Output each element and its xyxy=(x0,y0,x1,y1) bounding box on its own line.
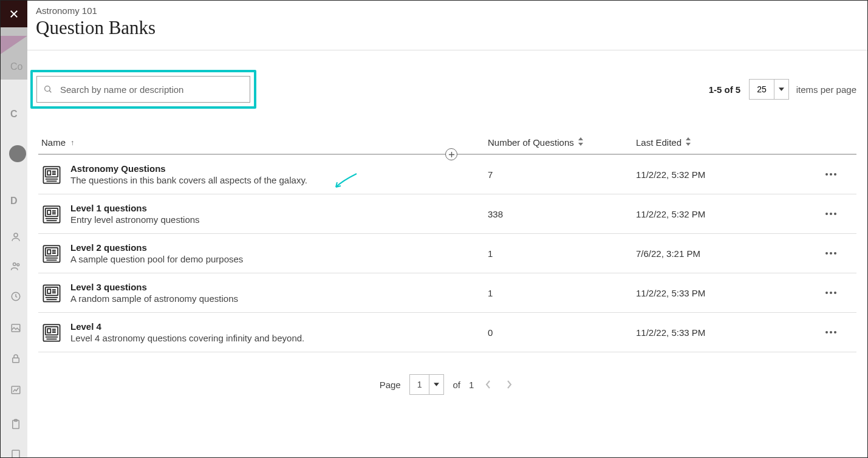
book-icon xyxy=(10,449,21,458)
search-highlight-box xyxy=(30,70,256,109)
pager: Page 1 of 1 xyxy=(27,374,867,395)
image-icon xyxy=(10,323,21,333)
cell-last-edited: 11/2/22, 5:33 PM xyxy=(636,288,794,298)
page-select[interactable]: 1 xyxy=(409,374,445,395)
svg-point-2 xyxy=(17,264,19,266)
per-page-label: items per page xyxy=(796,84,856,95)
svg-point-1 xyxy=(13,263,16,266)
svg-rect-29 xyxy=(47,250,50,254)
table-row[interactable]: Level 3 questions A random sample of ast… xyxy=(38,273,856,313)
table-row[interactable]: Level 1 questions Entry level astronomy … xyxy=(38,194,856,234)
cell-number-of-questions: 1 xyxy=(488,288,636,298)
breadcrumb: Astronomy 101 xyxy=(36,5,859,16)
dots-icon xyxy=(825,252,828,255)
chart-icon xyxy=(10,385,21,395)
panel-header: Astronomy 101 Question Banks xyxy=(27,1,867,50)
people-icon xyxy=(10,261,21,272)
bg-triangle xyxy=(1,36,27,54)
table-row[interactable]: Level 2 questions A sample question pool… xyxy=(38,234,856,273)
question-bank-icon xyxy=(41,244,62,264)
bank-name: Level 2 questions xyxy=(70,242,243,253)
result-count: 1-5 of 5 xyxy=(709,84,741,95)
cell-last-edited: 7/6/22, 3:21 PM xyxy=(636,248,794,259)
page-size-select[interactable]: 25 xyxy=(749,79,789,100)
col-header-date[interactable]: Last Edited xyxy=(636,137,794,148)
page-title: Question Banks xyxy=(36,17,859,39)
svg-rect-13 xyxy=(47,171,50,175)
sort-icon xyxy=(578,137,584,148)
lock-icon xyxy=(10,353,21,364)
chevron-left-icon xyxy=(485,380,491,389)
cell-number-of-questions: 338 xyxy=(488,209,636,219)
cell-number-of-questions: 7 xyxy=(488,169,636,180)
total-pages: 1 xyxy=(469,380,474,390)
question-bank-icon xyxy=(41,204,62,225)
question-bank-icon xyxy=(41,165,62,185)
cell-number-of-questions: 0 xyxy=(488,327,636,338)
chevron-right-icon xyxy=(506,380,512,389)
clipboard-icon xyxy=(10,419,21,429)
add-bank-button[interactable] xyxy=(445,148,457,160)
col-header-number[interactable]: Number of Questions xyxy=(488,137,636,148)
bank-description: A random sample of astronomy questions xyxy=(70,293,238,304)
bank-name: Level 3 questions xyxy=(70,282,238,292)
question-bank-icon xyxy=(41,283,62,304)
svg-point-0 xyxy=(14,233,18,237)
caret-down-icon xyxy=(774,80,788,99)
next-page-button[interactable] xyxy=(503,378,515,391)
row-actions-button[interactable] xyxy=(824,167,838,182)
search-input[interactable] xyxy=(60,84,244,95)
bank-description: A sample question pool for demo purposes xyxy=(70,254,243,264)
bank-name: Level 1 questions xyxy=(70,203,200,213)
svg-rect-37 xyxy=(47,289,50,293)
row-actions-button[interactable] xyxy=(824,207,838,221)
svg-rect-21 xyxy=(47,210,50,214)
svg-rect-9 xyxy=(12,450,19,458)
cell-last-edited: 11/2/22, 5:32 PM xyxy=(636,169,794,180)
question-bank-icon xyxy=(41,323,62,343)
toolbar: 1-5 of 5 25 items per page xyxy=(27,50,867,109)
close-button[interactable] xyxy=(1,1,27,27)
bg-text: Co xyxy=(10,61,22,72)
dots-icon xyxy=(825,331,828,333)
cell-number-of-questions: 1 xyxy=(488,248,636,259)
bg-avatar xyxy=(9,145,26,162)
page-label: Page xyxy=(380,380,401,390)
bank-name: Level 4 xyxy=(70,321,304,332)
search-box[interactable] xyxy=(36,76,250,103)
cell-last-edited: 11/2/22, 5:32 PM xyxy=(636,209,794,219)
table-header: Name ↑ Number of Questions Last Edited xyxy=(38,137,856,155)
row-actions-button[interactable] xyxy=(824,246,838,261)
caret-down-icon xyxy=(429,375,443,394)
page-size-value: 25 xyxy=(750,84,774,94)
search-icon xyxy=(43,84,53,94)
col-header-name[interactable]: Name ↑ xyxy=(38,137,488,148)
plus-icon xyxy=(448,151,455,158)
question-banks-table: Name ↑ Number of Questions Last Edited xyxy=(38,137,856,352)
svg-point-10 xyxy=(45,86,50,92)
bg-text: C xyxy=(10,109,18,120)
annotation-arrow-icon xyxy=(333,173,358,191)
close-icon xyxy=(9,9,19,19)
of-label: of xyxy=(453,380,460,390)
row-actions-button[interactable] xyxy=(824,325,838,340)
prev-page-button[interactable] xyxy=(482,378,494,391)
bg-text: D xyxy=(10,196,18,207)
bank-description: The questions in this bank covers all as… xyxy=(70,175,307,185)
svg-rect-45 xyxy=(47,329,50,333)
cell-last-edited: 11/2/22, 5:33 PM xyxy=(636,327,794,338)
dots-icon xyxy=(825,173,828,176)
background-app-sliver: fl Co C D xyxy=(1,1,27,457)
page-value: 1 xyxy=(410,380,429,389)
table-row[interactable]: Astronomy Questions The questions in thi… xyxy=(38,155,856,194)
svg-rect-5 xyxy=(13,358,19,363)
person-icon xyxy=(10,231,21,242)
question-banks-panel: Astronomy 101 Question Banks 1-5 of 5 25… xyxy=(27,1,867,457)
table-row[interactable]: Level 4 Level 4 astronomy questions cove… xyxy=(38,313,856,352)
clock-icon xyxy=(10,291,21,302)
dots-icon xyxy=(825,292,828,294)
bank-description: Level 4 astronomy questions covering inf… xyxy=(70,333,304,343)
dots-icon xyxy=(825,213,828,215)
row-actions-button[interactable] xyxy=(824,285,838,300)
sort-icon xyxy=(685,137,691,148)
